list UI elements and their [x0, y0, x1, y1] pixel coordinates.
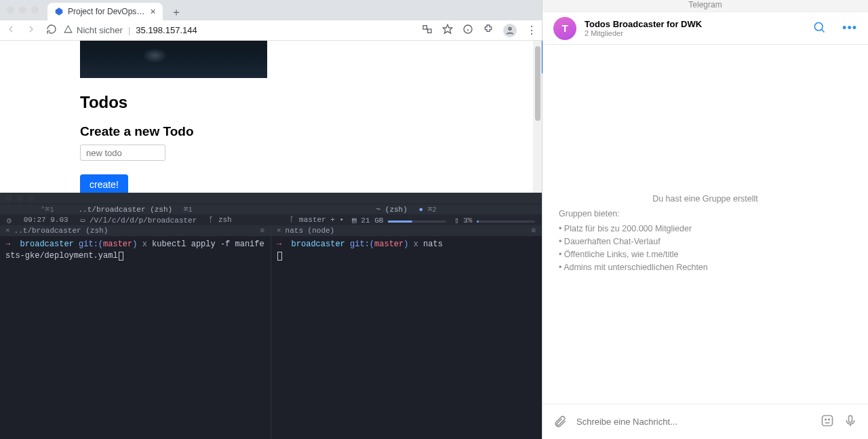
group-info-bullet: • Öffentliche Links, wie t.me/title	[559, 250, 852, 259]
browser-window: Project for DevOps with Kuber ✕ ＋ Nicht …	[0, 0, 542, 193]
translate-icon[interactable]	[422, 24, 433, 37]
group-created-message: Du hast eine Gruppe erstellt	[559, 194, 852, 204]
svg-rect-14	[849, 415, 852, 422]
terminal-tab-1[interactable]: ⌃⌘1 ..t/broadcaster (zsh) ⌘1	[0, 205, 271, 214]
attach-icon[interactable]	[553, 414, 567, 430]
search-icon[interactable]	[812, 20, 826, 37]
pane-menu-icon[interactable]: ≡	[531, 227, 536, 235]
bookmark-icon[interactable]	[442, 24, 453, 37]
svg-line-3	[427, 27, 427, 31]
more-menu-icon[interactable]: •••	[842, 21, 857, 35]
chat-subtitle: 2 Mitglieder	[585, 29, 804, 37]
cursor-icon	[277, 252, 282, 261]
kubernetes-favicon-icon	[54, 7, 64, 16]
pane-left-body[interactable]: → broadcaster git:(master) x kubectl app…	[0, 236, 271, 265]
terminal-pane-right[interactable]: ×nats (node)≡ → broadcaster git:(master)…	[271, 225, 542, 439]
svg-marker-0	[56, 7, 63, 16]
create-button[interactable]: create!	[80, 174, 128, 193]
chat-avatar[interactable]: T	[553, 17, 576, 40]
telegram-chat-header[interactable]: T Todos Broadcaster for DWK 2 Mitglieder…	[542, 12, 868, 45]
status-time: 09:27 9.03	[24, 216, 68, 224]
svg-line-10	[822, 29, 825, 32]
pane-menu-icon[interactable]: ≡	[260, 227, 265, 235]
svg-point-8	[509, 27, 511, 30]
info-icon[interactable]	[462, 24, 473, 37]
address-bar[interactable]: Nicht sicher | 35.198.157.144	[64, 25, 415, 36]
browser-tab-title: Project for DevOps with Kuber	[68, 7, 146, 16]
status-branch: master + •	[299, 216, 344, 224]
svg-point-12	[825, 419, 827, 420]
terminal-tab-2-label: ~ (zsh)	[376, 206, 408, 214]
battery-icon: ▯	[454, 216, 459, 225]
svg-rect-2	[428, 29, 431, 33]
pane-close-icon[interactable]: ×	[5, 227, 10, 235]
terminal-tab-1-label: ..t/broadcaster (zsh)	[79, 206, 173, 214]
cursor-icon	[119, 252, 123, 261]
pane-right-title: nats (node)	[285, 227, 335, 235]
terminal-tabs: ⌃⌘1 ..t/broadcaster (zsh) ⌘1 ~ (zsh) ● ⌘…	[0, 204, 542, 214]
terminal-tab-2-shortcut: ⌘2	[428, 206, 437, 214]
browser-tab-bar: Project for DevOps with Kuber ✕ ＋	[0, 0, 542, 20]
compose-input[interactable]	[576, 417, 811, 427]
clock-icon: ◷	[7, 216, 12, 225]
status-disk: 21 GB	[361, 216, 383, 225]
security-label: Nicht sicher	[77, 25, 123, 35]
terminal-tab-1-shortcut: ⌘1	[184, 206, 193, 214]
reload-button[interactable]	[46, 24, 57, 37]
pane-left-title: ..t/broadcaster (zsh)	[14, 227, 108, 235]
group-info-bullet: • Admins mit unterschiedlichen Rechten	[559, 263, 852, 272]
status-battery: 3%	[463, 216, 472, 225]
browser-tab[interactable]: Project for DevOps with Kuber ✕	[47, 3, 163, 20]
browser-menu-icon[interactable]: ⋮	[526, 24, 536, 37]
telegram-compose-bar	[542, 404, 868, 439]
url-text: 35.198.157.144	[136, 25, 197, 35]
scrollbar-thumb[interactable]	[535, 46, 540, 121]
pane-right-body[interactable]: → broadcaster git:(master) x nats	[271, 236, 542, 265]
forward-button[interactable]	[26, 24, 37, 37]
page-viewport: Todos Create a new Todo create!	[0, 41, 542, 193]
extensions-icon[interactable]	[483, 24, 494, 37]
pane-close-icon[interactable]: ×	[277, 227, 281, 235]
terminal-tab-2[interactable]: ~ (zsh) ● ⌘2	[271, 205, 542, 214]
tab-close-icon[interactable]: ✕	[150, 7, 156, 16]
disk-icon: ▤	[352, 216, 357, 225]
terminal-tab-1-shortcut-left: ⌃⌘1	[41, 205, 54, 214]
group-info-lead: Gruppen bieten:	[559, 209, 852, 218]
new-tab-button[interactable]: ＋	[168, 4, 184, 20]
browser-toolbar: Nicht sicher | 35.198.157.144 ⋮	[0, 20, 542, 41]
group-info-bullet: • Dauerhaften Chat-Verlauf	[559, 237, 852, 246]
page-scrollbar[interactable]	[533, 41, 542, 193]
sticker-icon[interactable]	[821, 414, 834, 430]
branch-icon: ᚶ	[209, 216, 214, 224]
terminal-status-bar: ◷ 09:27 9.03 ▭ /V/l/c/d/d/p/broadcaster …	[0, 214, 542, 225]
section-title: Create a new Todo	[80, 124, 528, 139]
new-todo-input[interactable]	[80, 145, 165, 161]
profile-avatar-icon[interactable]	[503, 24, 517, 37]
not-secure-icon	[64, 25, 73, 36]
group-info-bullet: • Platz für bis zu 200.000 Mitglieder	[559, 224, 852, 233]
git-branch-icon: ᚴ	[290, 216, 294, 224]
window-traffic-lights[interactable]	[7, 6, 39, 14]
microphone-icon[interactable]	[844, 414, 857, 430]
status-shell: zsh	[218, 216, 232, 224]
svg-rect-11	[823, 415, 833, 425]
svg-marker-4	[443, 24, 452, 33]
terminal-window: ⌃⌘1 ..t/broadcaster (zsh) ⌘1 ~ (zsh) ● ⌘…	[0, 193, 542, 439]
telegram-chat-body: Du hast eine Gruppe erstellt Gruppen bie…	[542, 45, 868, 404]
telegram-app-title: Telegram	[542, 0, 868, 12]
telegram-window: Telegram T Todos Broadcaster for DWK 2 M…	[542, 0, 868, 439]
hero-image	[80, 41, 267, 78]
chat-name: Todos Broadcaster for DWK	[585, 19, 804, 29]
back-button[interactable]	[5, 24, 16, 37]
folder-icon: ▭	[81, 216, 85, 225]
svg-point-13	[829, 419, 830, 420]
svg-rect-1	[423, 25, 427, 28]
svg-point-9	[814, 22, 823, 31]
terminal-pane-left[interactable]: ×..t/broadcaster (zsh)≡ → broadcaster gi…	[0, 225, 271, 439]
page-title: Todos	[80, 93, 528, 112]
terminal-traffic-lights[interactable]	[5, 195, 34, 202]
status-path: /V/l/c/d/d/p/broadcaster	[90, 216, 197, 225]
